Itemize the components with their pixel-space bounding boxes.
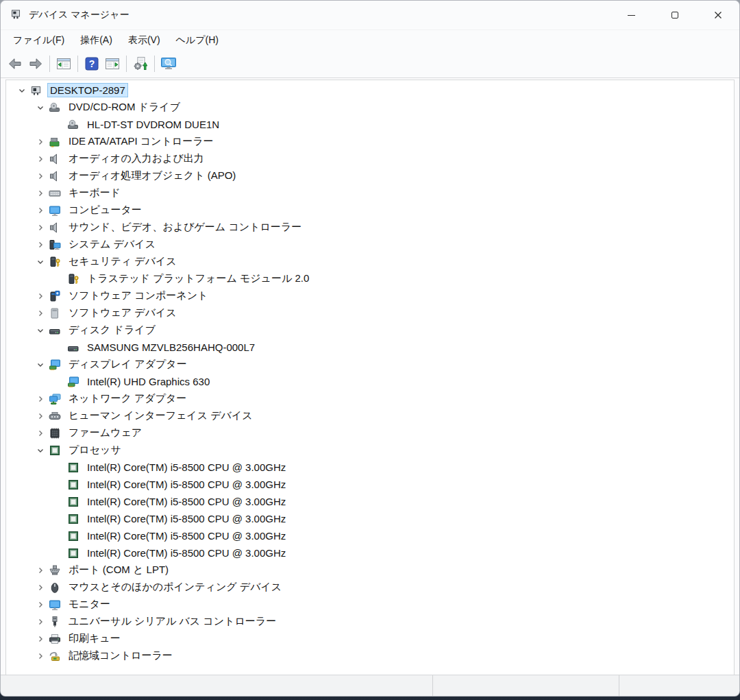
tree-item[interactable]: マウスとそのほかのポインティング デバイス xyxy=(6,579,734,596)
chevron-right-icon xyxy=(36,189,45,197)
tree-item[interactable]: ヒューマン インターフェイス デバイス xyxy=(6,407,734,424)
tree-item-label: ネットワーク アダプター xyxy=(66,391,188,406)
printer-icon-slot xyxy=(48,632,62,646)
chevron-placeholder xyxy=(51,373,66,390)
menu-item-help[interactable]: ヘルプ(H) xyxy=(173,32,222,49)
tree-item[interactable]: コンピューター xyxy=(6,202,734,219)
expand-chevron[interactable] xyxy=(33,596,48,613)
tree-item-label: セキュリティ デバイス xyxy=(66,254,179,269)
chevron-right-icon xyxy=(36,155,45,163)
tree-item[interactable]: 印刷キュー xyxy=(6,630,734,647)
tree-item[interactable]: IDE ATA/ATAPI コントローラー xyxy=(6,133,734,150)
expand-chevron[interactable] xyxy=(33,236,48,253)
expand-chevron[interactable] xyxy=(33,390,48,407)
chevron-right-icon xyxy=(36,601,45,609)
tree-item[interactable]: ネットワーク アダプター xyxy=(6,390,734,407)
tree-item[interactable]: HL-DT-ST DVDROM DUE1N xyxy=(6,116,734,133)
expand-chevron[interactable] xyxy=(33,304,48,322)
tree-item[interactable]: トラステッド プラットフォーム モジュール 2.0 xyxy=(6,270,734,287)
forward-button[interactable] xyxy=(25,53,46,74)
tree-item[interactable]: Intel(R) Core(TM) i5-8500 CPU @ 3.00GHz xyxy=(6,527,734,544)
expand-chevron[interactable] xyxy=(33,630,48,647)
minimize-button[interactable] xyxy=(610,1,653,29)
collapse-chevron[interactable] xyxy=(14,82,29,99)
expand-chevron[interactable] xyxy=(33,579,48,596)
tree-item[interactable]: セキュリティ デバイス xyxy=(6,253,734,270)
expand-chevron[interactable] xyxy=(33,133,48,150)
maximize-button[interactable] xyxy=(653,1,696,29)
serial-port-icon-slot xyxy=(48,564,62,577)
tree-item[interactable]: DVD/CD-ROM ドライブ xyxy=(6,99,734,116)
tree-item-label: 記憶域コントローラー xyxy=(66,649,175,663)
tree-item[interactable]: Intel(R) Core(TM) i5-8500 CPU @ 3.00GHz xyxy=(6,510,734,527)
tree-item[interactable]: オーディオ処理オブジェクト (APO) xyxy=(6,167,734,184)
device-tree: DESKTOP-2897DVD/CD-ROM ドライブHL-DT-ST DVDR… xyxy=(6,80,734,664)
expand-chevron[interactable] xyxy=(33,613,48,630)
tree-item[interactable]: Intel(R) Core(TM) i5-8500 CPU @ 3.00GHz xyxy=(6,459,734,476)
expand-chevron[interactable] xyxy=(33,184,48,202)
tree-item[interactable]: サウンド、ビデオ、およびゲーム コントローラー xyxy=(6,219,734,236)
toolbar-separator xyxy=(49,56,50,72)
expand-chevron[interactable] xyxy=(33,562,48,579)
collapse-chevron[interactable] xyxy=(33,356,48,373)
collapse-chevron[interactable] xyxy=(33,253,48,270)
chevron-right-icon xyxy=(36,395,45,403)
tree-item[interactable]: Intel(R) UHD Graphics 630 xyxy=(6,373,734,390)
optical-drive-icon xyxy=(66,118,80,132)
action-pane-button[interactable] xyxy=(102,53,123,74)
tree-item[interactable]: オーディオの入力および出力 xyxy=(6,150,734,167)
tree-item[interactable]: ユニバーサル シリアル バス コントローラー xyxy=(6,613,734,630)
expand-chevron[interactable] xyxy=(33,407,48,424)
tree-item-label: ヒューマン インターフェイス デバイス xyxy=(66,409,255,423)
expand-chevron[interactable] xyxy=(33,150,48,167)
chevron-placeholder xyxy=(51,339,66,356)
speaker-icon-slot xyxy=(48,221,62,234)
tree-item[interactable]: プロセッサ xyxy=(6,442,734,459)
disk-drive-icon xyxy=(66,341,80,354)
expand-chevron[interactable] xyxy=(33,287,48,304)
back-button[interactable] xyxy=(5,53,25,74)
tree-item[interactable]: ディスク ドライブ xyxy=(6,322,734,339)
tree-item[interactable]: 記憶域コントローラー xyxy=(6,647,734,664)
expand-chevron[interactable] xyxy=(33,219,48,236)
chevron-right-icon xyxy=(36,224,45,232)
menu-item-action[interactable]: 操作(A) xyxy=(77,32,116,49)
menu-item-file[interactable]: ファイル(F) xyxy=(10,32,68,49)
collapse-chevron[interactable] xyxy=(33,99,48,116)
console-tree-button[interactable] xyxy=(53,53,74,74)
close-button[interactable] xyxy=(696,1,739,29)
expand-chevron[interactable] xyxy=(33,647,48,664)
display-adapter-icon-slot xyxy=(48,358,62,372)
tree-item-label: モニター xyxy=(66,597,112,612)
chevron-right-icon xyxy=(36,566,45,575)
tree-item[interactable]: ポート (COM と LPT) xyxy=(6,562,734,579)
tree-item[interactable]: ソフトウェア デバイス xyxy=(6,304,734,322)
tree-item[interactable]: Intel(R) Core(TM) i5-8500 CPU @ 3.00GHz xyxy=(6,476,734,493)
tree-item[interactable]: Intel(R) Core(TM) i5-8500 CPU @ 3.00GHz xyxy=(6,544,734,562)
scan-hardware-icon xyxy=(160,56,177,72)
tree-item-label: オーディオ処理オブジェクト (APO) xyxy=(66,169,238,183)
menu-item-view[interactable]: 表示(V) xyxy=(125,32,164,49)
tree-item[interactable]: システム デバイス xyxy=(6,236,734,253)
scan-hardware-button[interactable] xyxy=(158,53,179,74)
disk-drive-icon-slot xyxy=(66,341,80,354)
tree-item[interactable]: Intel(R) Core(TM) i5-8500 CPU @ 3.00GHz xyxy=(6,493,734,510)
help-button[interactable]: ? xyxy=(82,53,102,74)
tree-item[interactable]: ファームウェア xyxy=(6,424,734,442)
title-bar: デバイス マネージャー xyxy=(1,1,739,29)
tree-item[interactable]: キーボード xyxy=(6,184,734,202)
expand-chevron[interactable] xyxy=(33,202,48,219)
tree-item[interactable]: ソフトウェア コンポーネント xyxy=(6,287,734,304)
update-driver-button[interactable] xyxy=(130,53,151,74)
expand-chevron[interactable] xyxy=(33,424,48,442)
optical-drive-icon xyxy=(48,101,62,114)
tree-item-label: ポート (COM と LPT) xyxy=(66,563,171,577)
tree-item[interactable]: DESKTOP-2897 xyxy=(6,82,734,99)
collapse-chevron[interactable] xyxy=(33,442,48,459)
tree-item[interactable]: モニター xyxy=(6,596,734,613)
tree-item-label: HL-DT-ST DVDROM DUE1N xyxy=(85,118,221,131)
expand-chevron[interactable] xyxy=(33,167,48,184)
collapse-chevron[interactable] xyxy=(33,322,48,339)
tree-item[interactable]: ディスプレイ アダプター xyxy=(6,356,734,373)
tree-item[interactable]: SAMSUNG MZVLB256HAHQ-000L7 xyxy=(6,339,734,356)
